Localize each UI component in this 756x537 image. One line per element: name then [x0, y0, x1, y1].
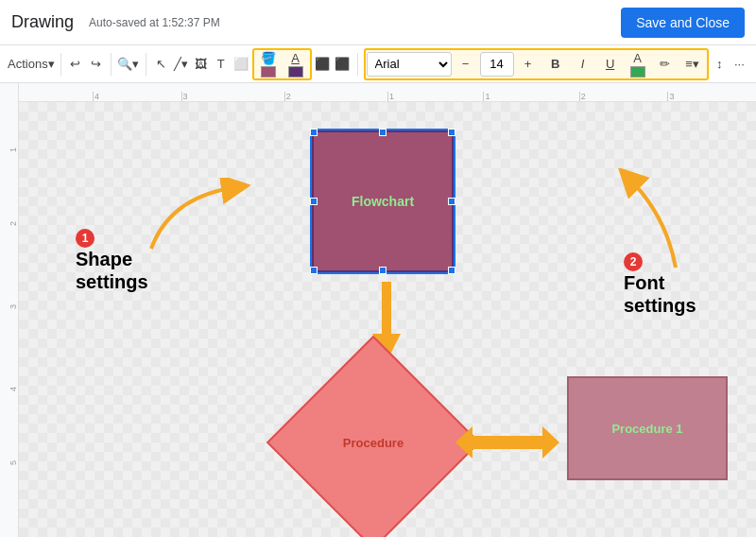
bold-button[interactable]: B — [542, 51, 569, 78]
text-tool-button[interactable]: T — [212, 51, 230, 78]
drawing-canvas[interactable]: Flowchart Procedure Procedure 1 — [19, 102, 756, 537]
ruler-tick: 3 — [181, 92, 188, 101]
handle-bot-left[interactable] — [310, 267, 318, 274]
toolbar-separator — [357, 53, 358, 76]
align-left-button[interactable]: ⬛ — [314, 51, 332, 78]
ruler-tick: 1 — [483, 92, 490, 101]
ruler-corner — [0, 83, 19, 102]
font-size-decrease-button[interactable]: − — [453, 51, 479, 78]
procedure-diamond[interactable]: Procedure — [298, 367, 449, 518]
font-annotation-arrow — [600, 168, 695, 272]
shape-settings-group: 🪣 A — [252, 48, 312, 80]
font-settings-group: Arial − + B I U A ✏ ≡▾ — [364, 48, 709, 80]
ruler-tick-v: 4 — [9, 385, 18, 391]
handle-top-left[interactable] — [310, 129, 318, 136]
fill-color-button[interactable]: 🪣 — [255, 51, 282, 78]
toolbar-separator — [60, 53, 61, 76]
app-title: Drawing — [11, 12, 74, 32]
line-spacing-button[interactable]: ↕ — [711, 51, 729, 78]
actions-menu-button[interactable]: Actions ▾ — [8, 51, 55, 78]
save-and-close-button[interactable]: Save and Close — [621, 8, 745, 38]
toolbar-separator — [111, 53, 112, 76]
highlight-color-button[interactable]: ✏ — [652, 51, 679, 78]
horizontal-ruler: 4 3 2 1 1 2 3 — [19, 83, 756, 101]
toolbar-separator — [146, 53, 146, 76]
text-align-button[interactable]: ≡▾ — [679, 51, 706, 78]
select-tool-button[interactable]: ↖ — [152, 51, 170, 78]
ruler-tick: 2 — [284, 92, 291, 101]
arrow-lr — [455, 419, 559, 466]
ruler-tick: 3 — [667, 92, 674, 101]
canvas-wrapper: 1 2 3 4 5 Flowchart Procedure — [0, 102, 756, 537]
font-family-select[interactable]: Arial — [367, 52, 452, 77]
handle-mid-right[interactable] — [448, 198, 455, 205]
italic-button[interactable]: I — [570, 51, 596, 78]
ruler-area: 4 3 2 1 1 2 3 — [0, 83, 756, 102]
image-tool-button[interactable]: 🖼 — [192, 51, 210, 78]
align-right-button[interactable]: ⬛ — [334, 51, 352, 78]
zoom-button[interactable]: 🔍▾ — [116, 51, 140, 78]
toolbar: Actions ▾ ↩ ↪ 🔍▾ ↖ ╱▾ 🖼 T ⬜ 🪣 A ⬛ ⬛ Aria… — [0, 45, 756, 83]
ruler-tick: 1 — [387, 92, 394, 101]
ruler-tick-v: 5 — [9, 459, 18, 465]
shape-tool-button[interactable]: ⬜ — [232, 51, 249, 78]
procedure1-label: Procedure 1 — [569, 422, 726, 436]
app-header: Drawing Auto-saved at 1:52:37 PM Save an… — [0, 0, 756, 45]
font-size-increase-button[interactable]: + — [515, 51, 541, 78]
procedure-label: Procedure — [298, 436, 449, 450]
undo-button[interactable]: ↩ — [66, 51, 84, 78]
border-color-button[interactable]: A — [283, 51, 309, 78]
ruler-tick-v: 3 — [9, 303, 18, 309]
shape-annotation-arrow — [142, 178, 255, 253]
font-color-button[interactable]: A — [625, 51, 651, 78]
flowchart-shape[interactable]: Flowchart — [312, 130, 454, 272]
handle-bot-mid[interactable] — [379, 267, 387, 274]
handle-bot-right[interactable] — [448, 267, 455, 274]
ruler-tick-v: 2 — [9, 219, 18, 226]
font-size-input[interactable] — [480, 52, 514, 77]
handle-mid-left[interactable] — [310, 198, 318, 205]
ruler-tick: 4 — [93, 92, 99, 101]
vertical-ruler: 1 2 3 4 5 — [0, 102, 19, 537]
more-options-button[interactable]: ··· — [730, 51, 748, 78]
handle-top-mid[interactable] — [379, 129, 387, 136]
shape-settings-label: 1 Shapesettings — [76, 225, 148, 293]
underline-button[interactable]: U — [597, 51, 624, 78]
shape-badge-1: 1 — [76, 229, 94, 248]
autosave-status: Auto-saved at 1:52:37 PM — [89, 16, 220, 29]
handle-top-right[interactable] — [448, 129, 455, 136]
ruler-tick: 2 — [579, 92, 586, 101]
line-tool-button[interactable]: ╱▾ — [172, 51, 190, 78]
ruler-tick-v: 1 — [9, 146, 18, 152]
redo-button[interactable]: ↪ — [87, 51, 105, 78]
svg-marker-1 — [455, 426, 559, 459]
flowchart-label: Flowchart — [314, 194, 452, 209]
procedure1-shape[interactable]: Procedure 1 — [567, 376, 728, 480]
